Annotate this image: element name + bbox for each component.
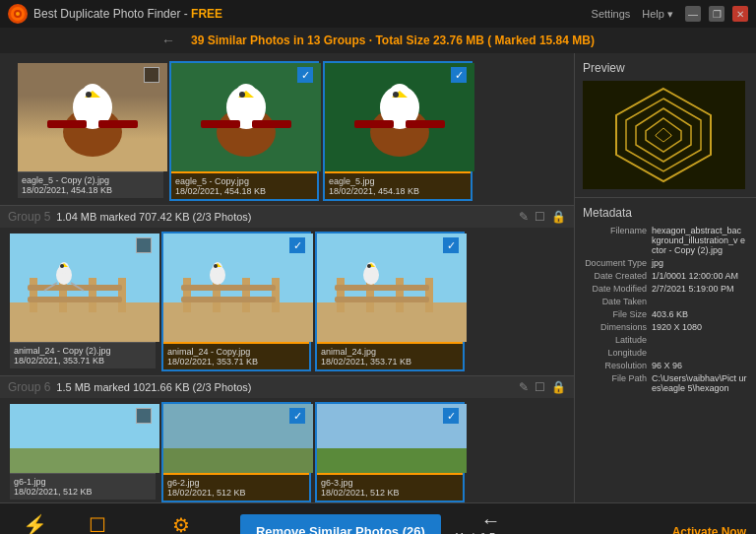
svg-point-63 bbox=[367, 264, 371, 268]
photo-thumb[interactable]: ✓ g6-3.jpg 18/02/2021, 512 KB bbox=[315, 402, 465, 502]
metadata-rows: Filename hexagon_abstract_bac kground_il… bbox=[583, 226, 748, 393]
back-button[interactable]: ← bbox=[161, 33, 175, 48]
preview-image bbox=[583, 81, 745, 189]
svg-point-23 bbox=[393, 92, 399, 98]
meta-row-resolution: Resolution 96 X 96 bbox=[583, 361, 748, 370]
svg-rect-44 bbox=[242, 278, 250, 312]
photo-thumb[interactable]: ✓ eagle_5 - Copy.jpg 18/02/2021, 454.18 … bbox=[169, 61, 319, 201]
check-box[interactable] bbox=[136, 237, 152, 253]
photo-info: animal_24 - Copy (2).jpg 18/02/2021, 353… bbox=[10, 342, 156, 368]
svg-rect-31 bbox=[118, 278, 126, 312]
svg-rect-42 bbox=[183, 278, 191, 312]
arrow-icon: ← bbox=[480, 509, 500, 532]
photo-thumb[interactable]: ✓ g6-2.jpg 18/02/2021, 512 KB bbox=[161, 402, 311, 502]
meta-row-longitude: Longitude bbox=[583, 348, 748, 358]
lock-icon[interactable]: 🔒 bbox=[551, 210, 566, 224]
svg-point-7 bbox=[86, 92, 92, 98]
remove-similar-photos-button[interactable]: Remove Similar Photos (26) bbox=[240, 514, 441, 534]
selection-assistant-icon: ⚙ bbox=[172, 513, 190, 534]
activate-now-button[interactable]: Activate Now bbox=[672, 525, 746, 535]
sub-header: ← 39 Similar Photos in 13 Groups · Total… bbox=[0, 28, 756, 53]
photo-info: g6-3.jpg 18/02/2021, 512 KB bbox=[317, 473, 463, 501]
group6-tools: ✎ ☐ 🔒 bbox=[519, 380, 566, 394]
meta-row-doctype: Document Type jpg bbox=[583, 258, 748, 268]
title-bar-left: Best Duplicate Photo Finder - FREE bbox=[8, 4, 222, 24]
app-logo bbox=[8, 4, 28, 24]
svg-rect-8 bbox=[47, 120, 87, 128]
photo-info: g6-2.jpg 18/02/2021, 512 KB bbox=[163, 473, 309, 501]
group5-header: Group 5 1.04 MB marked 707.42 KB (2/3 Ph… bbox=[0, 205, 574, 228]
group6-photos: g6-1.jpg 18/02/2021, 512 KB ✓ g6-2.jpg 1… bbox=[0, 398, 574, 502]
meta-row-filename: Filename hexagon_abstract_bac kground_il… bbox=[583, 226, 748, 255]
title-bar: Best Duplicate Photo Finder - FREE Setti… bbox=[0, 0, 756, 28]
close-button[interactable]: ✕ bbox=[732, 6, 748, 22]
check-box[interactable]: ✓ bbox=[443, 408, 459, 424]
photo-info: eagle_5 - Copy (2).jpg 18/02/2021, 454.1… bbox=[18, 171, 163, 198]
check-box[interactable]: ✓ bbox=[289, 237, 305, 253]
svg-rect-17 bbox=[252, 120, 291, 128]
svg-rect-47 bbox=[181, 297, 276, 302]
metadata-section: Metadata Filename hexagon_abstract_bac k… bbox=[575, 198, 756, 502]
preview-title: Preview bbox=[583, 61, 748, 75]
svg-rect-57 bbox=[425, 278, 433, 312]
photo-thumb[interactable]: g6-1.jpg 18/02/2021, 512 KB bbox=[8, 402, 158, 502]
lock-icon[interactable]: 🔒 bbox=[551, 380, 566, 394]
arrow-hint: ← Mark & RemoveSimilar Photos bbox=[455, 509, 526, 534]
meta-row-datecreated: Date Created 1/1/0001 12:00:00 AM bbox=[583, 271, 748, 281]
check-box[interactable]: ✓ bbox=[451, 67, 467, 83]
checkbox-icon[interactable]: ☐ bbox=[535, 380, 545, 394]
edit-icon[interactable]: ✎ bbox=[519, 380, 529, 394]
svg-rect-16 bbox=[201, 120, 240, 128]
svg-point-2 bbox=[16, 12, 20, 16]
group5-label: 1.04 MB marked 707.42 KB (2/3 Photos) bbox=[56, 211, 513, 223]
photo-thumb[interactable]: eagle_5 - Copy (2).jpg 18/02/2021, 454.1… bbox=[16, 61, 165, 201]
photo-info: eagle_5 - Copy.jpg 18/02/2021, 454.18 KB bbox=[171, 171, 317, 199]
svg-rect-28 bbox=[30, 278, 37, 312]
minimize-button[interactable]: — bbox=[685, 6, 701, 22]
check-box[interactable]: ✓ bbox=[443, 237, 459, 253]
left-panel: eagle_5 - Copy (2).jpg 18/02/2021, 454.1… bbox=[0, 53, 574, 502]
checkbox-icon[interactable]: ☐ bbox=[535, 210, 545, 224]
group5-photos: animal_24 - Copy (2).jpg 18/02/2021, 353… bbox=[0, 228, 574, 375]
photo-info: animal_24.jpg 18/02/2021, 353.71 KB bbox=[317, 342, 463, 369]
photo-thumb[interactable]: ✓ animal_24 - Copy.jpg 18/02/2021, 353.7… bbox=[161, 232, 311, 371]
group5-tools: ✎ ☐ 🔒 bbox=[519, 210, 566, 224]
settings-button[interactable]: Settings bbox=[592, 8, 631, 20]
photo-thumb[interactable]: animal_24 - Copy (2).jpg 18/02/2021, 353… bbox=[8, 232, 158, 371]
bottom-bar: ⚡ Auto Mark ☐ Unmark ⚙ Selection Assista… bbox=[0, 502, 756, 534]
meta-row-datetaken: Date Taken bbox=[583, 297, 748, 306]
svg-rect-59 bbox=[335, 297, 429, 302]
meta-row-latitude: Latitude bbox=[583, 335, 748, 345]
app-title: Best Duplicate Photo Finder - FREE bbox=[33, 7, 222, 21]
auto-mark-tool[interactable]: ⚡ Auto Mark bbox=[10, 513, 59, 534]
svg-rect-67 bbox=[163, 448, 313, 473]
photo-thumb[interactable]: ✓ animal_24.jpg 18/02/2021, 353.71 KB bbox=[315, 232, 465, 371]
restore-button[interactable]: ❐ bbox=[709, 6, 724, 22]
metadata-title: Metadata bbox=[583, 206, 748, 220]
meta-row-filepath: File Path C:\Users\vaibhav\Pict ures\eag… bbox=[583, 373, 748, 393]
photo-info: g6-1.jpg 18/02/2021, 512 KB bbox=[10, 473, 156, 500]
help-button[interactable]: Help ▾ bbox=[642, 8, 673, 21]
window-controls: — ❐ ✕ bbox=[685, 6, 748, 22]
meta-row-dimensions: Dimensions 1920 X 1080 bbox=[583, 322, 748, 332]
svg-rect-58 bbox=[335, 285, 429, 291]
check-box[interactable] bbox=[144, 67, 159, 83]
preview-section: Preview bbox=[575, 53, 756, 198]
summary-text: 39 Similar Photos in 13 Groups · Total S… bbox=[191, 33, 595, 47]
photo-thumb[interactable]: ✓ eagle_5.jpg 18/02/2021, 454.18 KB bbox=[323, 61, 472, 201]
check-box[interactable] bbox=[136, 408, 152, 424]
edit-icon[interactable]: ✎ bbox=[519, 210, 529, 224]
selection-assistant-tool[interactable]: ⚙ Selection Assistant bbox=[136, 513, 226, 534]
check-box[interactable]: ✓ bbox=[289, 408, 305, 424]
title-bar-right: Settings Help ▾ — ❐ ✕ bbox=[592, 6, 748, 22]
svg-rect-30 bbox=[89, 278, 96, 312]
meta-row-filesize: File Size 403.6 KB bbox=[583, 309, 748, 319]
svg-rect-46 bbox=[181, 285, 276, 291]
meta-row-datemodified: Date Modified 2/7/2021 5:19:00 PM bbox=[583, 284, 748, 294]
svg-rect-69 bbox=[317, 448, 467, 473]
unmark-tool[interactable]: ☐ Unmark bbox=[73, 513, 122, 534]
group6-label: 1.5 MB marked 1021.66 KB (2/3 Photos) bbox=[56, 381, 513, 393]
svg-rect-70 bbox=[583, 81, 745, 189]
check-box[interactable]: ✓ bbox=[297, 67, 313, 83]
group4-photos: eagle_5 - Copy (2).jpg 18/02/2021, 454.1… bbox=[8, 57, 566, 205]
